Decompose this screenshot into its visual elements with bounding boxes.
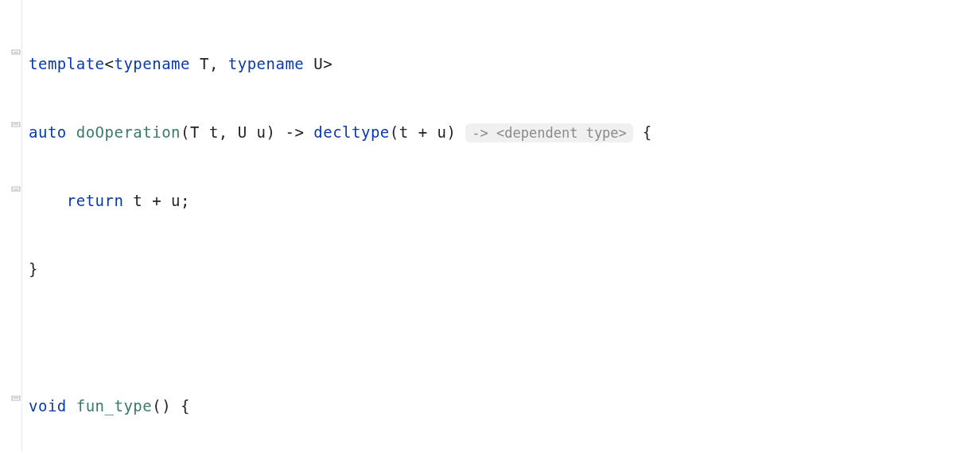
keyword-typename: typename xyxy=(228,55,305,72)
code-line: auto doOperation(T t, U u) -> decltype(t… xyxy=(29,115,652,150)
keyword-auto: auto xyxy=(29,123,67,141)
fold-open-icon[interactable] xyxy=(11,186,22,197)
keyword-return: return xyxy=(67,192,124,209)
keyword-template: template xyxy=(29,55,105,72)
keyword-decltype: decltype xyxy=(313,123,390,141)
function-name: doOperation xyxy=(76,123,181,141)
fold-close-icon[interactable] xyxy=(11,392,22,403)
code-line: return t + u; xyxy=(29,184,652,218)
inlay-hint-return-type: -> <dependent type> xyxy=(465,123,632,142)
fold-open-icon[interactable] xyxy=(11,49,22,60)
keyword-typename: typename xyxy=(114,55,190,72)
code-editor-content[interactable]: template<typename T, typename U> auto do… xyxy=(29,13,652,452)
code-line: } xyxy=(29,252,652,286)
code-line: void fun_type() { xyxy=(29,389,652,423)
editor-gutter xyxy=(0,0,22,452)
function-name: fun_type xyxy=(76,397,153,415)
code-line-blank xyxy=(29,321,652,355)
fold-close-icon[interactable] xyxy=(11,118,22,129)
keyword-void: void xyxy=(29,397,67,415)
code-line: template<typename T, typename U> xyxy=(29,47,652,81)
